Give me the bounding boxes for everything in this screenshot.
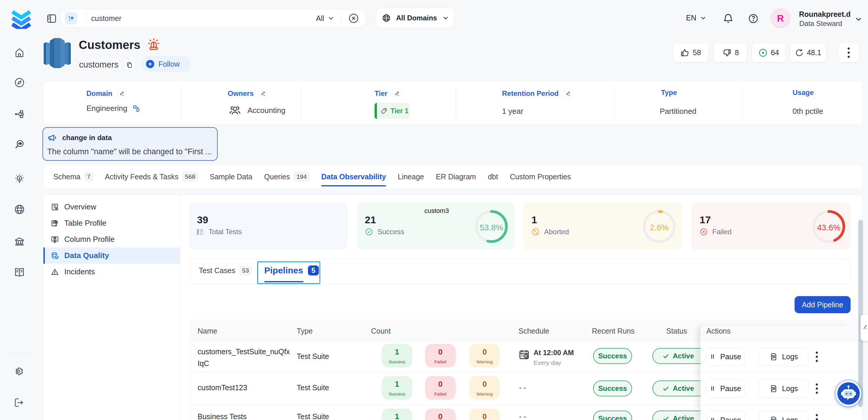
svg-text:53.8%: 53.8% <box>479 223 503 232</box>
svg-text:43.6%: 43.6% <box>817 223 840 232</box>
svg-text:2.6%: 2.6% <box>650 223 669 232</box>
